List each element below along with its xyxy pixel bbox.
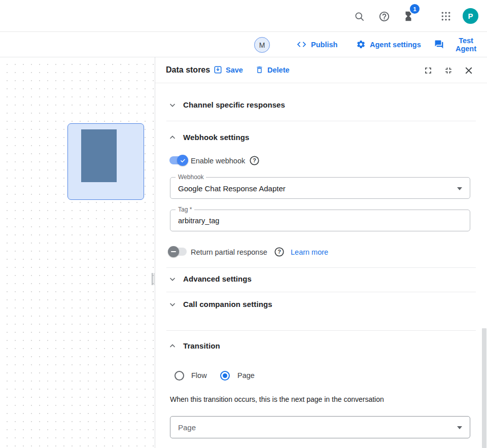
close-icon[interactable] <box>463 65 474 76</box>
webhook-select-label: Webhook <box>176 174 206 181</box>
notification-badge: 1 <box>409 3 421 15</box>
partial-response-help-icon[interactable]: ? <box>274 247 285 257</box>
chat-icon <box>434 40 444 49</box>
learn-more-link[interactable]: Learn more <box>291 248 328 256</box>
webhook-select[interactable]: Webhook Google Chat Response Adapter <box>170 177 470 199</box>
delete-button[interactable]: Delete <box>255 65 290 74</box>
fullscreen-icon[interactable] <box>423 65 433 76</box>
agent-settings-label: Agent settings <box>370 41 421 49</box>
section-transition[interactable]: Transition <box>168 341 220 350</box>
save-label: Save <box>226 66 243 74</box>
chevron-up-icon <box>168 342 177 350</box>
enable-webhook-label: Enable webhook <box>191 157 245 165</box>
apps-grid-icon[interactable] <box>440 11 451 22</box>
chevron-down-icon <box>168 101 177 109</box>
transition-description: When this transition occurs, this is the… <box>170 395 384 403</box>
test-agent-label: Test Agent <box>448 37 484 53</box>
trash-icon <box>255 65 264 74</box>
chevron-up-icon <box>168 133 177 142</box>
section-divider <box>166 121 476 121</box>
section-label: Transition <box>183 341 220 350</box>
section-label: Advanced settings <box>183 274 252 283</box>
search-icon[interactable] <box>354 11 365 22</box>
section-divider <box>166 292 476 292</box>
section-divider <box>166 330 476 331</box>
gear-icon <box>356 40 366 49</box>
flow-radio[interactable] <box>175 371 184 381</box>
section-label: Call companion settings <box>183 300 272 308</box>
publish-button[interactable]: Publish <box>293 32 340 57</box>
panel-resize-handle[interactable] <box>152 273 156 285</box>
page-select-placeholder: Page <box>178 423 196 432</box>
notification-count: 1 <box>413 6 416 12</box>
page-node-preview <box>81 129 117 182</box>
section-call-companion-settings[interactable]: Call companion settings <box>168 300 272 308</box>
partial-response-toggle[interactable] <box>169 248 187 256</box>
section-divider <box>166 267 476 268</box>
enable-webhook-toggle[interactable] <box>169 156 187 164</box>
radio-dot <box>223 373 227 378</box>
panel-scrollbar[interactable] <box>482 328 486 448</box>
section-label: Webhook settings <box>183 133 250 142</box>
flow-canvas[interactable] <box>0 57 155 448</box>
dropdown-arrow-icon <box>457 426 462 429</box>
page-node-card[interactable] <box>67 123 144 200</box>
partial-response-label: Return partial response <box>191 248 267 256</box>
user-avatar-initial: P <box>468 12 473 20</box>
user-avatar[interactable]: P <box>463 8 478 24</box>
save-button[interactable]: Save <box>214 65 243 74</box>
chevron-down-icon <box>168 275 177 283</box>
publish-label: Publish <box>311 41 337 49</box>
section-channel-specific-responses[interactable]: Channel specific responses <box>168 100 285 109</box>
header-divider <box>155 83 487 83</box>
top-app-bar: 1 P <box>0 0 487 32</box>
webhook-select-value: Google Chat Response Adapter <box>178 184 286 192</box>
dropdown-arrow-icon <box>457 187 462 190</box>
panel-divider <box>155 57 155 448</box>
flow-version-initial: M <box>259 41 265 49</box>
code-icon <box>296 39 307 50</box>
toggle-thumb-check-icon <box>177 155 188 166</box>
tag-input-label: Tag * <box>176 206 194 213</box>
panel-title: Data stores <box>166 65 210 75</box>
save-icon <box>214 65 222 74</box>
delete-label: Delete <box>267 66 290 74</box>
flow-radio-label: Flow <box>191 371 207 380</box>
agent-settings-button[interactable]: Agent settings <box>353 32 424 57</box>
svg-text:?: ? <box>277 249 281 255</box>
page-radio[interactable] <box>220 371 230 381</box>
section-advanced-settings[interactable]: Advanced settings <box>168 274 252 283</box>
flow-version-avatar[interactable]: M <box>254 37 270 53</box>
toggle-thumb-minus-icon <box>168 246 179 257</box>
section-webhook-settings[interactable]: Webhook settings <box>168 133 250 142</box>
help-icon[interactable] <box>378 10 390 22</box>
exit-fullscreen-icon[interactable] <box>443 65 454 76</box>
chevron-down-icon <box>168 300 177 308</box>
tag-input[interactable]: Tag * arbitrary_tag <box>170 210 470 231</box>
section-label: Channel specific responses <box>183 100 285 109</box>
page-radio-label: Page <box>237 371 255 380</box>
test-agent-button[interactable]: Test Agent <box>431 32 487 57</box>
tag-input-value: arbitrary_tag <box>178 217 219 225</box>
svg-text:?: ? <box>253 157 256 163</box>
enable-webhook-help-icon[interactable]: ? <box>249 155 260 166</box>
page-select[interactable]: Page <box>170 416 470 438</box>
